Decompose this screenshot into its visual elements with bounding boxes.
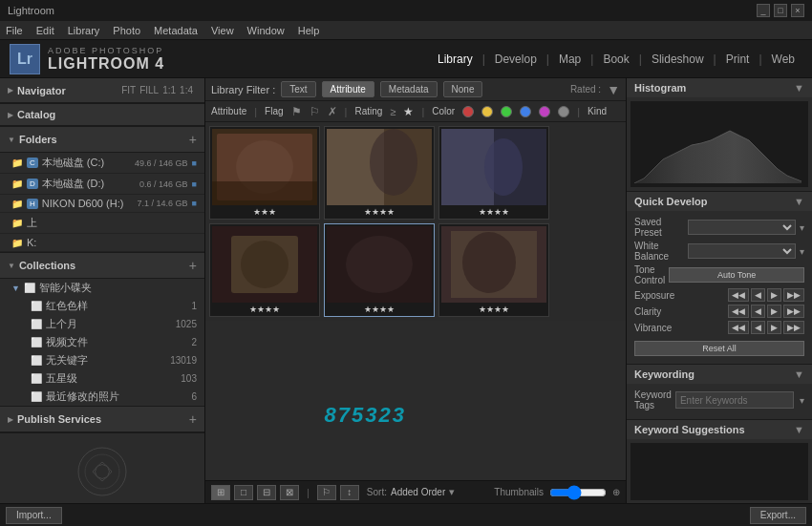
filter-none-button[interactable]: None xyxy=(443,81,483,97)
collection-item-recentedit[interactable]: ⬜ 最近修改的照片 6 xyxy=(0,388,204,406)
quick-develop-header[interactable]: Quick Develop ▼ xyxy=(627,192,812,211)
filter-icon[interactable]: ⚐ xyxy=(317,485,336,500)
tab-slideshow[interactable]: Slideshow xyxy=(644,49,712,70)
color-blue[interactable] xyxy=(520,106,531,117)
filter-attribute-button[interactable]: Attribute xyxy=(322,81,374,97)
color-green[interactable] xyxy=(501,106,512,117)
color-purple[interactable] xyxy=(539,106,550,117)
vibrance-dec-large[interactable]: ◀◀ xyxy=(728,321,749,334)
collections-header[interactable]: ▼ Collections + xyxy=(0,253,204,279)
folder-name: 本地磁盘 (D:) xyxy=(42,177,136,191)
menu-edit[interactable]: Edit xyxy=(36,25,54,36)
exposure-dec-large[interactable]: ◀◀ xyxy=(728,288,749,302)
photo-cell-5[interactable]: ★★★★ xyxy=(324,223,435,317)
tab-map[interactable]: Map xyxy=(551,49,588,70)
collection-item-fivestars[interactable]: ⬜ 五星级 103 xyxy=(0,369,204,388)
close-button[interactable]: × xyxy=(791,4,804,17)
compare-view-button[interactable]: ⊟ xyxy=(257,485,276,500)
auto-tone-button[interactable]: Auto Tone xyxy=(669,267,804,283)
collection-item-red[interactable]: ⬜ 红色色样 1 xyxy=(0,297,204,315)
reset-all-button[interactable]: Reset All xyxy=(634,341,804,356)
keyword-suggestions-header[interactable]: Keyword Suggestions ▼ xyxy=(627,420,812,439)
photo-image-6 xyxy=(441,226,546,303)
folders-header[interactable]: ▼ Folders + xyxy=(0,127,204,153)
menu-help[interactable]: Help xyxy=(298,25,320,36)
vibrance-inc[interactable]: ▶ xyxy=(767,321,781,334)
publish-header[interactable]: ▶ Publish Services + xyxy=(0,407,204,432)
photo-cell-4[interactable]: ★★★★ xyxy=(209,223,320,317)
photo-cell-6[interactable]: ★★★★ xyxy=(438,223,549,317)
wb-dropdown-icon[interactable]: ▾ xyxy=(800,246,804,257)
clarity-inc[interactable]: ▶ xyxy=(767,305,781,318)
exposure-inc-large[interactable]: ▶▶ xyxy=(783,288,804,302)
folders-add-button[interactable]: + xyxy=(189,132,197,147)
nav-fit[interactable]: FIT xyxy=(121,85,136,95)
window-controls[interactable]: _ □ × xyxy=(757,4,804,17)
tab-book[interactable]: Book xyxy=(595,49,636,70)
publish-add-button[interactable]: + xyxy=(189,411,197,427)
color-gray[interactable] xyxy=(558,106,569,117)
menu-library[interactable]: Library xyxy=(68,25,100,36)
grid-view-button[interactable]: ⊞ xyxy=(211,485,230,500)
nav-1-1[interactable]: 1:1 xyxy=(162,85,176,95)
collection-item-video[interactable]: ⬜ 视频文件 2 xyxy=(0,333,204,351)
survey-view-button[interactable]: ⊠ xyxy=(280,485,299,500)
filter-expand-icon[interactable]: ▼ xyxy=(607,82,620,97)
export-button[interactable]: Export... xyxy=(750,507,806,524)
clarity-dec-large[interactable]: ◀◀ xyxy=(728,305,749,318)
keyword-input[interactable] xyxy=(675,391,794,409)
nav-1-4[interactable]: 1:4 xyxy=(180,85,193,95)
filter-text-button[interactable]: Text xyxy=(281,81,315,97)
clarity-dec[interactable]: ◀ xyxy=(751,305,765,318)
preset-dropdown-icon[interactable]: ▾ xyxy=(800,222,804,233)
menu-view[interactable]: View xyxy=(211,25,234,36)
folder-item-c[interactable]: 📁 C 本地磁盘 (C:) 49.6 / 146 GB ■ xyxy=(0,153,204,174)
nav-fill[interactable]: FILL xyxy=(139,85,159,95)
folder-item-k[interactable]: 📁 K: xyxy=(0,234,204,252)
menu-photo[interactable]: Photo xyxy=(113,25,140,36)
tab-develop[interactable]: Develop xyxy=(487,49,545,70)
menu-metadata[interactable]: Metadata xyxy=(154,25,198,36)
clarity-inc-large[interactable]: ▶▶ xyxy=(783,305,804,318)
collection-item-lastmonth[interactable]: ⬜ 上个月 1025 xyxy=(0,315,204,333)
exposure-inc[interactable]: ▶ xyxy=(767,288,781,302)
thumbnail-size-slider[interactable] xyxy=(549,488,607,497)
collections-add-button[interactable]: + xyxy=(189,258,197,273)
histogram-header[interactable]: Histogram ▼ xyxy=(627,78,812,97)
sort-icon[interactable]: ↕ xyxy=(340,485,359,500)
photo-cell-3[interactable]: ★★★★ xyxy=(438,126,549,220)
tab-web[interactable]: Web xyxy=(764,49,802,70)
tab-library[interactable]: Library xyxy=(430,49,481,70)
color-red[interactable] xyxy=(462,106,474,117)
folder-item-d[interactable]: 📁 D 本地磁盘 (D:) 0.6 / 146 GB ■ xyxy=(0,174,204,195)
saved-preset-select[interactable] xyxy=(688,220,796,235)
tab-print[interactable]: Print xyxy=(718,49,758,70)
sort-dropdown-icon[interactable]: ▾ xyxy=(449,486,455,498)
rating-stars[interactable]: ★ xyxy=(403,105,414,118)
vibrance-dec[interactable]: ◀ xyxy=(751,321,765,334)
import-button[interactable]: Import... xyxy=(6,507,62,524)
loupe-view-button[interactable]: □ xyxy=(234,485,253,500)
filter-metadata-button[interactable]: Metadata xyxy=(380,81,438,97)
color-yellow[interactable] xyxy=(481,106,493,117)
minimize-button[interactable]: _ xyxy=(757,4,770,17)
keywording-header[interactable]: Keywording ▼ xyxy=(627,365,812,384)
catalog-header[interactable]: ▶ Catalog xyxy=(0,104,204,126)
collection-parent-smart[interactable]: ▼ ⬜ 智能小碟夹 xyxy=(0,279,204,297)
exposure-dec[interactable]: ◀ xyxy=(751,288,765,302)
vibrance-inc-large[interactable]: ▶▶ xyxy=(783,321,804,334)
menu-window[interactable]: Window xyxy=(247,25,285,36)
collection-item-nokeyword[interactable]: ⬜ 无关键字 13019 xyxy=(0,351,204,369)
photo-cell-2[interactable]: ★★★★ xyxy=(324,126,435,220)
flag-icon-unflag[interactable]: ⚑ xyxy=(291,105,302,118)
photo-cell-1[interactable]: ★★★ xyxy=(209,126,320,220)
maximize-button[interactable]: □ xyxy=(774,4,787,17)
flag-icon-reject[interactable]: ✗ xyxy=(328,105,337,118)
flag-icon-flag[interactable]: ⚐ xyxy=(310,105,320,118)
white-balance-select[interactable] xyxy=(688,243,796,259)
folder-item-shang[interactable]: 📁 上 xyxy=(0,213,204,234)
folder-item-h[interactable]: 📁 H NIKON D600 (H:) 7.1 / 14.6 GB ■ xyxy=(0,195,204,213)
keyword-dropdown-icon[interactable]: ▾ xyxy=(800,395,804,406)
menu-file[interactable]: File xyxy=(6,25,23,36)
navigator-header[interactable]: ▶ Navigator FIT FILL 1:1 1:4 xyxy=(0,78,204,103)
